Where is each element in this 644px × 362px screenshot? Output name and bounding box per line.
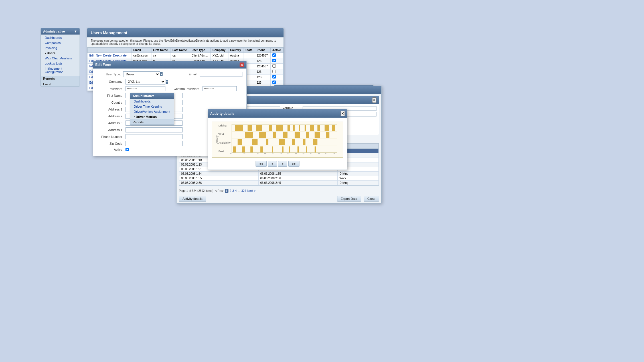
sidebar-item-infringement[interactable]: Infringement Configuration bbox=[41, 66, 80, 75]
x-label-1: 12.08.2008 01:00 bbox=[243, 153, 254, 154]
active-checkbox[interactable] bbox=[272, 53, 276, 57]
label-usertype: User Type: bbox=[97, 73, 123, 76]
cell-from: 06.03.2008 1:54 bbox=[179, 172, 259, 176]
cell-to: 06.03.2008 2:36 bbox=[258, 176, 338, 181]
svg-rect-11 bbox=[305, 125, 306, 131]
svg-rect-10 bbox=[299, 125, 300, 131]
input-address4[interactable] bbox=[125, 127, 183, 132]
sidebar-item-dashboards[interactable]: Dashboards bbox=[41, 35, 80, 40]
activity-details-button[interactable]: Activity details bbox=[179, 196, 206, 202]
svg-rect-3 bbox=[235, 125, 243, 131]
cell-type: Work bbox=[338, 176, 379, 181]
col-actions bbox=[88, 48, 131, 53]
svg-rect-33 bbox=[250, 146, 253, 152]
label-address2: Address 2: bbox=[97, 114, 125, 118]
chart-visualization: Driving Work Availability Rest bbox=[218, 124, 341, 153]
input-confirm-password[interactable] bbox=[202, 86, 237, 91]
x-label-12: 23:00 bbox=[333, 153, 339, 154]
edit-form-close-button[interactable]: ✕ bbox=[240, 63, 244, 67]
active-checkbox[interactable] bbox=[272, 81, 276, 84]
delete-link[interactable]: Delete bbox=[103, 54, 112, 57]
cell-phone: 1234567 bbox=[255, 53, 271, 58]
svg-rect-30 bbox=[313, 139, 317, 145]
svg-rect-37 bbox=[289, 146, 290, 152]
cell-first: ca bbox=[151, 53, 171, 58]
svg-rect-14 bbox=[325, 125, 329, 131]
svg-rect-5 bbox=[256, 125, 262, 131]
x-label-8: 15:00 bbox=[302, 153, 309, 154]
svg-rect-34 bbox=[260, 146, 263, 152]
table-row[interactable]: 06.03.2008 2:36 06.03.2008 2:45 Driving bbox=[179, 181, 379, 185]
dropdown-item-timekeeping[interactable]: Driver Time Keeping bbox=[130, 104, 174, 109]
sidebar-item-lookup[interactable]: Lookup Lists bbox=[41, 61, 80, 66]
new-link[interactable]: New bbox=[96, 54, 102, 57]
chart-svg bbox=[232, 124, 337, 153]
input-email[interactable]: dr@dr.com bbox=[200, 72, 242, 77]
svg-rect-13 bbox=[317, 125, 320, 131]
sidebar-item-invoicing[interactable]: Invoicing bbox=[41, 45, 80, 51]
svg-rect-27 bbox=[279, 139, 285, 145]
select-company[interactable]: XYZ, Ltd bbox=[125, 79, 165, 85]
sidebar-title: Administrative bbox=[43, 30, 65, 33]
page-next[interactable]: Next > bbox=[247, 189, 256, 192]
select-usertype[interactable]: Driver bbox=[123, 71, 160, 77]
col-state: State bbox=[244, 48, 255, 53]
col-phone: Phone bbox=[255, 48, 271, 53]
table-row[interactable]: 06.03.2008 1:55 06.03.2008 2:36 Work bbox=[179, 176, 379, 181]
chart-last-button[interactable]: >> bbox=[288, 161, 299, 167]
sidebar-group-reports: Reports bbox=[41, 76, 80, 81]
cell-phone: 123 bbox=[255, 75, 271, 80]
col-email: Email bbox=[131, 48, 151, 53]
sidebar-close-icon[interactable]: ▼ bbox=[74, 29, 77, 33]
dropdown-item-assignment[interactable]: Driver/Vehicle Assignment bbox=[130, 109, 174, 114]
active-checkbox[interactable] bbox=[272, 59, 276, 62]
page-2[interactable]: 2 bbox=[230, 189, 231, 192]
svg-rect-29 bbox=[303, 139, 305, 145]
sidebar-item-wax[interactable]: Wax Chart Analysis bbox=[41, 56, 80, 61]
chart-first-button[interactable]: << bbox=[256, 161, 267, 167]
details-close-button[interactable]: ✕ bbox=[372, 97, 376, 103]
users-panel-description: The users can be managed on this page. P… bbox=[87, 37, 283, 47]
page-324[interactable]: 324 bbox=[241, 189, 246, 192]
dropdown-item-dashboards[interactable]: Dashboards bbox=[130, 99, 174, 104]
cell-to: 06.03.2008 1:55 bbox=[258, 172, 338, 176]
activity-close-button[interactable]: ✕ bbox=[341, 111, 345, 116]
sidebar: Administrative ▼ Dashboards Companies In… bbox=[40, 28, 80, 87]
export-data-button[interactable]: Export Data bbox=[337, 196, 361, 202]
svg-rect-39 bbox=[306, 146, 307, 152]
chart-x-labels: 11.08.2008 23:00 12.08.2008 01:00 03:00 … bbox=[218, 153, 341, 155]
sidebar-item-companies[interactable]: Companies bbox=[41, 40, 80, 45]
chart-y-labels: Driving Work Availability Rest bbox=[218, 124, 232, 153]
active-checkbox[interactable] bbox=[272, 70, 276, 73]
page-1[interactable]: 1 bbox=[225, 189, 229, 193]
deactivate-link[interactable]: Deactivate bbox=[113, 54, 127, 57]
page-4[interactable]: 4 bbox=[235, 189, 237, 192]
input-zip[interactable] bbox=[125, 141, 183, 146]
sidebar-item-users[interactable]: Users bbox=[41, 51, 80, 56]
dropdown-item-metrics[interactable]: Driver Metrics bbox=[130, 114, 174, 119]
activity-pagination: << < > >> bbox=[210, 160, 345, 168]
checkbox-active[interactable] bbox=[125, 148, 129, 151]
input-phone[interactable]: 123 bbox=[125, 134, 183, 139]
cell-type: Client Adm... bbox=[190, 53, 210, 58]
input-password[interactable] bbox=[125, 86, 165, 91]
cell-phone: 1234567 bbox=[255, 64, 271, 69]
y-label-rest: Rest bbox=[218, 150, 230, 153]
activity-header: Activity details ✕ bbox=[208, 109, 347, 118]
chart-prev-button[interactable]: < bbox=[268, 161, 277, 167]
dropdown-header: Administrative bbox=[130, 93, 174, 99]
col-lastname: Last Name bbox=[171, 48, 190, 53]
page-3[interactable]: 3 bbox=[232, 189, 234, 192]
active-checkbox[interactable] bbox=[272, 75, 276, 79]
dropdown-section-reports: Reports bbox=[130, 119, 174, 124]
activity-title: Activity details bbox=[210, 112, 234, 116]
svg-rect-6 bbox=[269, 125, 272, 131]
close-button[interactable]: Close bbox=[364, 196, 379, 202]
active-checkbox[interactable] bbox=[272, 64, 276, 68]
chart-next-button[interactable]: > bbox=[278, 161, 287, 167]
cell-from: 06.03.2008 1:55 bbox=[179, 176, 259, 181]
edit-link[interactable]: Edit bbox=[89, 54, 94, 57]
table-row[interactable]: 06.03.2008 1:54 06.03.2008 1:55 Driving bbox=[179, 172, 379, 176]
label-active: Active: bbox=[97, 148, 125, 151]
svg-rect-20 bbox=[295, 132, 300, 138]
